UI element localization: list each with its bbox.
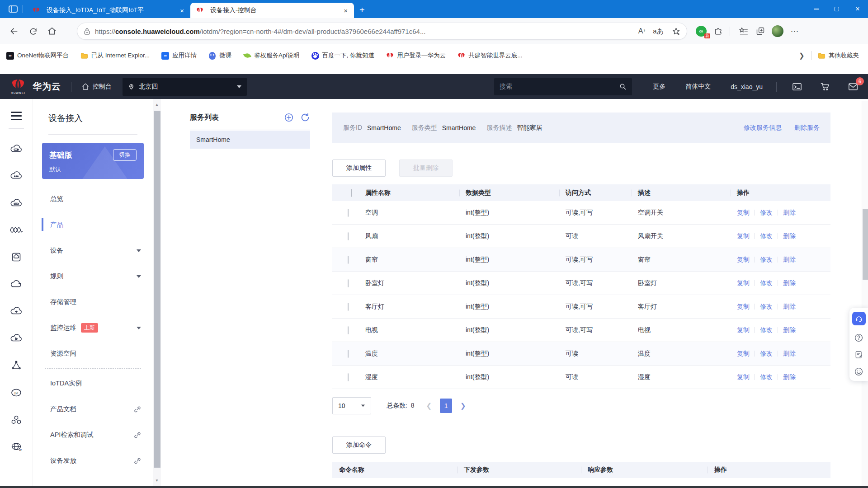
add-property-button[interactable]: 添加属性	[332, 160, 386, 177]
browser-scrollbar[interactable]	[862, 101, 868, 486]
row-action-copy[interactable]: 复制	[737, 373, 750, 381]
row-action-delete[interactable]: 删除	[783, 326, 796, 334]
cart-icon[interactable]	[820, 82, 830, 91]
extensions-puzzle-icon[interactable]	[711, 23, 726, 39]
browser-scrollbar-thumb[interactable]	[863, 209, 868, 280]
select-all-checkbox[interactable]	[351, 189, 352, 197]
tab-close-icon[interactable]: ×	[178, 7, 186, 14]
row-action-edit[interactable]: 修改	[760, 256, 773, 264]
favorites-bar-icon[interactable]	[736, 23, 751, 39]
bookmark-imported-folder[interactable]: 已从 Internet Explor...	[80, 52, 150, 60]
network-node-icon[interactable]	[0, 352, 33, 379]
sidebar-item-storage[interactable]: 存储管理	[33, 289, 153, 315]
bookmark-huawei-login[interactable]: 用户登录—华为云	[386, 52, 446, 60]
row-checkbox[interactable]	[348, 232, 349, 240]
bookmark-onenet[interactable]: ∞ OneNet物联网平台	[6, 52, 69, 60]
cloud-server-icon[interactable]	[0, 135, 33, 162]
support-chat-icon[interactable]	[852, 312, 866, 325]
bookmark-huawei-world[interactable]: 共建智能世界云底...	[458, 52, 522, 60]
globe-web-icon[interactable]: w	[0, 433, 33, 460]
window-minimize-button[interactable]	[806, 0, 826, 18]
row-checkbox[interactable]	[348, 373, 349, 381]
row-action-delete[interactable]: 删除	[783, 256, 796, 264]
edit-service-link[interactable]: 修改服务信息	[744, 124, 782, 132]
sidebar-item-overview[interactable]: 总览	[33, 186, 153, 212]
row-action-copy[interactable]: 复制	[737, 303, 750, 311]
nav-more[interactable]: 更多	[653, 83, 665, 91]
row-action-edit[interactable]: 修改	[760, 209, 773, 217]
sidebar-item-product-docs[interactable]: 产品文档	[33, 396, 153, 422]
prev-page-icon[interactable]: ❮	[426, 402, 432, 410]
cloud-play-icon[interactable]	[0, 325, 33, 352]
row-action-edit[interactable]: 修改	[760, 350, 773, 358]
smiley-feedback-icon[interactable]	[854, 367, 863, 376]
row-action-edit[interactable]: 修改	[760, 373, 773, 381]
row-action-delete[interactable]: 删除	[783, 303, 796, 311]
refresh-services-icon[interactable]	[300, 113, 310, 122]
device-box-icon[interactable]	[0, 244, 33, 271]
cloud-tag-icon[interactable]	[0, 189, 33, 216]
hamburger-menu-icon[interactable]	[11, 109, 22, 128]
add-service-icon[interactable]	[284, 113, 294, 122]
cloud-upload-icon[interactable]	[0, 298, 33, 325]
row-action-copy[interactable]: 复制	[737, 209, 750, 217]
brand-name[interactable]: 华为云	[33, 80, 61, 93]
add-command-button[interactable]: 添加命令	[332, 436, 386, 454]
refresh-icon[interactable]	[25, 23, 41, 39]
bookmark-baidu[interactable]: 百度一下, 你就知道	[311, 52, 375, 60]
add-favorite-icon[interactable]	[672, 27, 680, 36]
back-icon[interactable]	[6, 23, 22, 39]
messages-icon[interactable]: 6	[848, 82, 858, 91]
row-action-edit[interactable]: 修改	[760, 326, 773, 334]
scroll-up-arrow[interactable]: ▲	[153, 103, 161, 107]
row-checkbox[interactable]	[348, 279, 349, 287]
sidebar-item-device-provisioning[interactable]: 设备发放	[33, 448, 153, 474]
huawei-logo[interactable]: HUAWEI	[10, 79, 26, 94]
extension-green-app-icon[interactable]: ∞ 新	[693, 23, 709, 39]
help-icon[interactable]	[854, 333, 863, 343]
scroll-down-arrow[interactable]: ▼	[153, 479, 161, 483]
current-page[interactable]: 1	[440, 399, 452, 413]
row-action-edit[interactable]: 修改	[760, 279, 773, 287]
bookmark-auth-api[interactable]: 鉴权服务Api说明	[243, 52, 300, 60]
translate-icon[interactable]: aあ	[653, 27, 664, 36]
sidebar-item-iotda-instance[interactable]: IoTDA实例	[33, 371, 153, 396]
service-list-item-selected[interactable]: SmartHome	[190, 131, 310, 149]
next-page-icon[interactable]: ❯	[460, 402, 466, 410]
header-search-input[interactable]: 搜索	[494, 78, 632, 95]
other-favorites-folder[interactable]: 其他收藏夹	[818, 52, 859, 60]
row-action-edit[interactable]: 修改	[760, 303, 773, 311]
new-tab-button[interactable]: +	[359, 5, 365, 14]
browser-tab-inactive[interactable]: 设备接入_IoTDA_IoT_物联网IoT平 ×	[27, 3, 190, 18]
ip-address-icon[interactable]: IP	[0, 379, 33, 406]
collections-icon[interactable]	[753, 23, 768, 39]
console-home-link[interactable]: 控制台	[81, 83, 112, 91]
feedback-survey-icon[interactable]	[854, 350, 863, 359]
cloud-dots-icon[interactable]	[0, 162, 33, 189]
sidebar-item-api-explorer[interactable]: API检索和调试	[33, 422, 153, 448]
bookmark-weike[interactable]: 微课	[208, 52, 231, 60]
row-action-copy[interactable]: 复制	[737, 350, 750, 358]
row-action-delete[interactable]: 删除	[783, 232, 796, 240]
content-scrollbar[interactable]: ▲ ▼	[153, 99, 161, 486]
bookmarks-overflow-icon[interactable]: ❯	[799, 52, 805, 60]
edition-switch-button[interactable]: 切换	[113, 149, 137, 161]
sidebar-item-products[interactable]: 产品	[33, 212, 153, 238]
window-maximize-button[interactable]	[826, 0, 847, 18]
row-action-copy[interactable]: 复制	[737, 232, 750, 240]
delete-service-link[interactable]: 删除服务	[794, 124, 820, 132]
cloud-icon[interactable]	[0, 271, 33, 298]
cli-terminal-icon[interactable]	[792, 82, 802, 91]
row-action-delete[interactable]: 删除	[783, 373, 796, 381]
sidebar-item-monitoring[interactable]: 监控运维上新	[33, 315, 153, 341]
row-action-delete[interactable]: 删除	[783, 279, 796, 287]
row-action-delete[interactable]: 删除	[783, 350, 796, 358]
row-checkbox[interactable]	[348, 326, 349, 334]
row-action-copy[interactable]: 复制	[737, 256, 750, 264]
waves-icon[interactable]	[0, 216, 33, 244]
tab-close-icon[interactable]: ×	[342, 7, 349, 14]
browser-tab-active[interactable]: 设备接入-控制台 ×	[190, 3, 354, 18]
row-checkbox[interactable]	[348, 350, 349, 358]
site-permissions-icon[interactable]	[84, 28, 90, 35]
settings-more-icon[interactable]: ⋯	[787, 23, 802, 39]
